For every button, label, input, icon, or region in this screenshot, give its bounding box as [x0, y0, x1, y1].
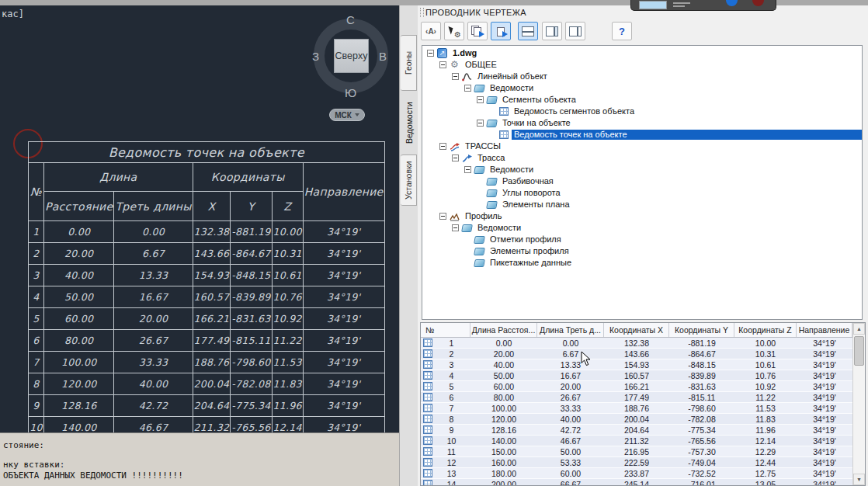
tree-item-vedomosti-profil[interactable]: Ведомости — [422, 222, 862, 234]
grid-row[interactable]: 4 50.00 16.67 160.57 -839.89 10.76 34°19… — [421, 370, 865, 381]
tree-expander[interactable] — [427, 50, 434, 57]
tree-item-piketazhnye-dannye[interactable]: Пикетажные данные — [422, 257, 862, 269]
ucs-dropdown-button[interactable]: МСК — [329, 109, 365, 121]
tree-expander[interactable] — [464, 166, 471, 173]
cell-x: 245.14 — [604, 479, 669, 486]
grid-header-cell[interactable]: Координаты Z — [734, 323, 797, 337]
cad-viewport[interactable]: кас] С В Ю З Сверху МСК Ведомость точек … — [0, 5, 399, 432]
tree-item-segments[interactable]: Сегменты объекта — [422, 94, 862, 106]
cell-z: 13.05 — [734, 479, 797, 486]
tree-item-vedomosti-trassa[interactable]: Ведомости — [422, 164, 862, 175]
report-folder-icon — [486, 189, 498, 197]
tree-item-points[interactable]: Точки на объекте — [422, 117, 862, 129]
grid-header-cell[interactable]: Длина Треть д... — [537, 323, 604, 337]
tab-ustanovki[interactable]: Установки — [401, 154, 417, 206]
compass-south-label[interactable]: Ю — [345, 86, 356, 99]
tree-expander[interactable] — [477, 96, 484, 103]
tree-item-profil[interactable]: Профиль — [422, 210, 862, 222]
grid-row[interactable]: 1 0.00 0.00 132.38 -881.19 10.00 34°19' — [421, 338, 865, 349]
copy-to-drawing-button[interactable] — [467, 22, 488, 40]
grid-num-cell: 11 — [421, 446, 470, 456]
insert-to-drawing-button[interactable] — [491, 22, 511, 40]
tree-expander[interactable] — [439, 213, 446, 220]
layout-split-vertical-button[interactable] — [565, 22, 585, 40]
table-row-icon — [423, 469, 432, 477]
pointer-gear-icon: ⚙ — [449, 26, 460, 36]
grid-scrollbar[interactable]: ▲ ▼ — [852, 323, 865, 485]
tab-geony[interactable]: Геоны — [401, 35, 417, 91]
tree-item-obshchee[interactable]: ⚙ ОБЩЕЕ — [422, 59, 862, 71]
cell-x: 154.93 — [604, 359, 669, 370]
tree-item-elementy-plana[interactable]: Элементы плана — [422, 199, 862, 210]
cad-points-table[interactable]: Ведомость точек на объекте № Длина Коорд… — [28, 141, 385, 432]
tree-item-trassa[interactable]: Трасса — [422, 152, 862, 164]
blue-round-button[interactable] — [726, 0, 738, 6]
pointer-settings-button[interactable]: ⚙ — [444, 22, 464, 40]
layout-split-right-button[interactable] — [542, 22, 562, 40]
grid-row[interactable]: 12 160.00 53.33 222.59 -749.04 12.44 34°… — [421, 457, 865, 468]
grid-header-cell[interactable]: Координаты Y — [669, 323, 734, 337]
tree-expander[interactable] — [452, 154, 459, 161]
grid-row[interactable]: 10 140.00 46.67 211.32 -765.56 12.14 34°… — [421, 436, 865, 446]
cell-y: -765.56 — [231, 417, 272, 433]
tree-expander[interactable] — [452, 224, 459, 231]
grid-row[interactable]: 7 100.00 33.33 188.76 -798.60 11.53 34°1… — [421, 403, 865, 414]
grid-header-cell[interactable]: Направление — [797, 323, 852, 337]
grid-num-cell: 3 — [421, 359, 470, 370]
cell-third: 50.00 — [537, 446, 604, 456]
grid-row[interactable]: 8 120.00 40.00 200.04 -782.08 11.83 34°1… — [421, 414, 865, 425]
tree-expander[interactable] — [439, 61, 446, 68]
command-console[interactable]: стояние: нку вставки: ОБЪЕКТА ДАННЫХ ВЕД… — [0, 432, 399, 486]
cad-table-row: 3 40.00 13.33 154.93 -848.15 10.61 34°19… — [29, 265, 385, 286]
tree-item-otmetki-profilya[interactable]: Отметки профиля — [422, 234, 862, 245]
grid-row[interactable]: 6 80.00 26.67 177.49 -815.11 11.22 34°19… — [421, 392, 865, 403]
tree-item-linear-object[interactable]: Линейный объект — [422, 71, 862, 82]
cell-direction: 34°19' — [797, 403, 852, 413]
tree-expander[interactable] — [477, 120, 484, 127]
tree-item-ugly-povorota[interactable]: Углы поворота — [422, 187, 862, 199]
scrollbar-thumb[interactable] — [854, 336, 864, 366]
panel-title: ПРОВОДНИК ЧЕРТЕЖА — [425, 8, 526, 17]
compass-north-label[interactable]: С — [346, 13, 355, 26]
tree-item-razbivochnaya[interactable]: Разбивочная — [422, 175, 862, 187]
layout-split-horizontal-button[interactable] — [518, 22, 538, 40]
row-number: 5 — [432, 382, 470, 391]
compass-east-label[interactable]: В — [379, 50, 387, 63]
grid-row[interactable]: 11 150.00 50.00 216.95 -757.30 12.29 34°… — [421, 446, 865, 457]
scroll-up-arrow[interactable]: ▲ — [853, 323, 865, 335]
grid-row[interactable]: 13 180.00 60.00 233.87 -732.52 12.75 34°… — [421, 468, 865, 479]
tree-item-trassy[interactable]: ТРАССЫ — [422, 141, 862, 152]
cell-direction: 34°19' — [797, 381, 852, 391]
tree-item-segments-report[interactable]: Ведомость сегментов объекта — [422, 106, 862, 117]
grid-header-cell[interactable]: Длина Расстоя... — [470, 323, 537, 337]
grid-row[interactable]: 2 20.00 6.67 143.66 -864.67 10.31 34°19' — [421, 349, 865, 359]
tab-vedomosti[interactable]: Ведомости — [401, 94, 417, 151]
tree-expander[interactable] — [464, 85, 471, 92]
red-round-button[interactable] — [752, 0, 764, 6]
tree-item-points-report-selected[interactable]: Ведомость точек на объекте — [422, 129, 862, 141]
grid-header-cell[interactable]: Координаты X — [604, 323, 669, 337]
grid-header-cell[interactable]: № — [421, 323, 470, 337]
grid-row[interactable]: 3 40.00 13.33 154.93 -848.15 10.61 34°19… — [421, 359, 865, 370]
compass-west-label[interactable]: З — [312, 50, 319, 63]
cad-sub-third: Треть длины — [114, 192, 193, 221]
grid-row[interactable]: 9 128.16 42.72 204.64 -775.34 11.96 34°1… — [421, 425, 865, 436]
color-swatch[interactable] — [639, 1, 667, 9]
annotative-scale-button[interactable]: ‹A› — [421, 22, 441, 40]
tree-item-dwg[interactable]: ↗ 1.dwg — [422, 47, 862, 59]
view-cube-top-face[interactable]: Сверху — [334, 39, 369, 73]
cad-table-row: 1 0.00 0.00 132.38 -881.19 10.00 34°19' — [29, 221, 385, 243]
cad-table-row: 7 100.00 33.33 188.76 -798.60 11.53 34°1… — [29, 352, 385, 373]
tree-label: Отметки профиля — [488, 234, 564, 245]
help-button[interactable]: ? — [612, 22, 632, 40]
tree-expander[interactable] — [439, 143, 446, 150]
tree-label: Профиль — [463, 211, 505, 221]
grid-row[interactable]: 5 60.00 20.00 166.21 -831.63 10.92 34°19… — [421, 381, 865, 392]
route-arrow-icon — [462, 154, 472, 163]
tree-item-elementy-profilya[interactable]: Элементы профиля — [422, 245, 862, 257]
grid-row[interactable]: 14 200.00 66.67 245.14 -716.01 13.05 34°… — [421, 479, 865, 486]
tree-item-vedomosti[interactable]: Ведомости — [422, 82, 862, 94]
scroll-down-arrow[interactable]: ▼ — [853, 474, 865, 485]
clipped-prompt-text: кас] — [2, 9, 24, 19]
tree-expander[interactable] — [452, 73, 459, 80]
